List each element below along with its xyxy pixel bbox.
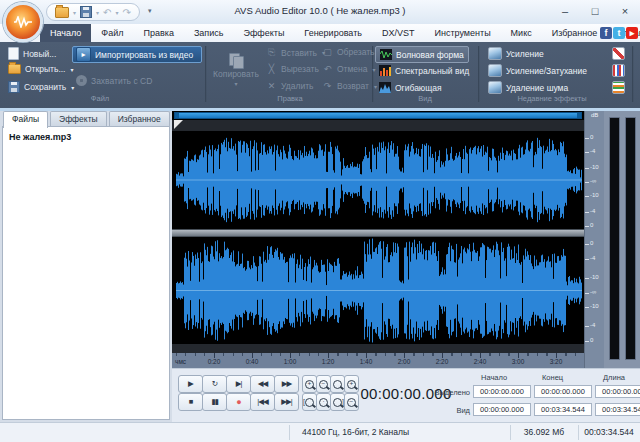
ribbon-tab-9[interactable]: Избранное [542,24,608,42]
open-folder-icon [8,64,21,74]
effect-preset-icon-0[interactable] [612,47,625,60]
level-meter-right [625,117,636,360]
copy-button[interactable]: Копировать ▾ [210,47,262,93]
zoom-vertical-in-button[interactable]: + [344,375,359,393]
waveform-channel-right[interactable] [176,237,582,344]
db-scale-label: -10 [590,192,599,198]
waveform-channel-left[interactable] [176,131,582,229]
ruler-tick-label: 0:20 [208,358,221,365]
fast-forward-icon: ▶▶ [282,380,292,388]
edit-item-icon-5: ↷ [322,81,333,91]
ribbon-tab-2[interactable]: Правка [134,24,184,42]
zoom-selection-button[interactable]: · [316,393,331,411]
effect-icon-2 [488,81,502,94]
new-file-button[interactable]: Новый... [8,47,56,60]
ribbon-tab-0[interactable]: Начало [40,24,91,42]
db-tick [585,212,589,213]
ribbon-tab-6[interactable]: DX/VST [372,24,425,42]
zoom-full-button[interactable] [330,375,345,393]
magnifier-icon [305,398,314,407]
sidebar-tab-0[interactable]: Файлы [3,111,48,128]
effect-preset-icon-1[interactable] [612,64,625,77]
edit-item-label-5: Возврат [337,81,369,91]
selection-row-label-1: Вид [432,406,470,415]
loop-button[interactable]: ↻ [202,375,227,393]
ribbon-tab-7[interactable]: Инструменты [424,24,500,42]
edit-item-icon-3: ▢ [322,47,333,57]
play-position-marker-icon[interactable] [174,120,183,129]
cd-icon [76,75,87,86]
go-to-end-button[interactable]: ▶▶| [274,393,299,411]
overview-scrollbar[interactable] [174,112,582,119]
edit-item-4[interactable]: ↶Отмена▾ [322,64,376,74]
minimize-button[interactable]: – [550,0,580,22]
go-to-start-button[interactable]: |◀◀ [250,393,275,411]
db-tick [585,196,589,197]
edit-item-0[interactable]: ⎘Вставить▾ [266,47,325,58]
db-tick [585,182,589,183]
db-tick [585,152,589,153]
edit-item-3[interactable]: ▢Обрезать [322,47,375,57]
db-tick [585,244,589,245]
open-file-button[interactable]: Открыть...▾ [8,64,73,74]
statusbar-separator [289,425,290,440]
zoom-out-button[interactable]: − [316,375,331,393]
stop-button[interactable]: ■ [178,393,203,411]
ribbon-tab-4[interactable]: Эффекты [233,24,294,42]
magnifier-mark: − [322,380,326,387]
level-meter-left [609,117,620,360]
sidebar-tab-2[interactable]: Избранное [109,111,170,127]
magnifier-mark: · [322,398,324,405]
facebook-icon[interactable]: f [600,27,612,39]
file-list: Не жалея.mp3 [2,126,170,420]
marker-strip[interactable] [172,120,584,131]
play-selection-button[interactable]: ▶| [226,375,251,393]
record-button[interactable]: ● [226,393,251,411]
view-mode-0[interactable]: Волновая форма [375,46,469,63]
import-from-video-button[interactable]: ▸ Импортировать из видео [72,46,202,63]
effect-preset-icon-2[interactable] [612,81,625,94]
edit-item-label-4: Отмена [337,64,368,74]
capture-cd-button[interactable]: Захватить с CD [76,75,152,86]
recent-effect-0[interactable]: Усиление [488,47,544,60]
ribbon-tab-3[interactable]: Запись [184,24,234,42]
edit-item-2[interactable]: ✕Удалить [266,81,313,91]
recent-effect-1[interactable]: Усиление/Затухание [488,64,587,77]
youtube-icon[interactable]: ▸ [626,27,638,39]
db-scale-label: -4 [590,148,595,154]
recent-effect-2[interactable]: Удаление шума [488,81,568,94]
capture-cd-label: Захватить с CD [91,76,152,86]
file-list-item-0[interactable]: Не жалея.mp3 [3,127,169,147]
ribbon-tab-1[interactable]: Файл [91,24,133,42]
twitter-icon[interactable]: t [613,27,625,39]
selection-info: НачалоКонецДлинаВыделено00:00:00.00000:0… [432,369,640,423]
play-button[interactable]: ▶ [178,375,203,393]
view-mode-label-2: Огибающая [395,83,442,93]
ruler-tick-label: 1:00 [284,358,297,365]
pause-icon: ▮▮ [211,398,217,406]
fast-forward-button[interactable]: ▶▶ [274,375,299,393]
app-logo-icon[interactable] [3,2,43,42]
ribbon-tab-8[interactable]: Микс [501,24,542,42]
pause-button[interactable]: ▮▮ [202,393,227,411]
view-mode-2[interactable]: Огибающая [375,80,446,95]
close-button[interactable]: × [610,0,640,22]
zoom-vertical-out-button[interactable]: − [344,393,359,411]
group-separator [205,46,207,102]
zoom-in-button[interactable]: + [302,375,317,393]
edit-item-5[interactable]: ↷Возврат▾ [322,81,377,91]
ribbon-tab-5[interactable]: Генерировать [294,24,372,42]
view-mode-1[interactable]: Спектральный вид [375,63,473,78]
zoom-selection-end-button[interactable]: ] [330,393,345,411]
maximize-button[interactable]: □ [580,0,610,22]
sidebar-tab-1[interactable]: Эффекты [50,111,107,127]
channel-divider[interactable] [172,229,584,237]
zoom-selection-start-button[interactable]: [ [302,393,317,411]
db-unit-label: dB [591,112,598,118]
rewind-button[interactable]: ◀◀ [250,375,275,393]
save-file-button[interactable]: Сохранить▾ [8,81,74,93]
edit-item-1[interactable]: ╳Вырезать [266,64,319,74]
time-ruler[interactable]: чмс 0:200:401:001:201:402:002:202:403:00… [172,353,584,368]
go-to-start-icon: |◀◀ [257,398,267,406]
db-scale-label: -10 [590,164,599,170]
